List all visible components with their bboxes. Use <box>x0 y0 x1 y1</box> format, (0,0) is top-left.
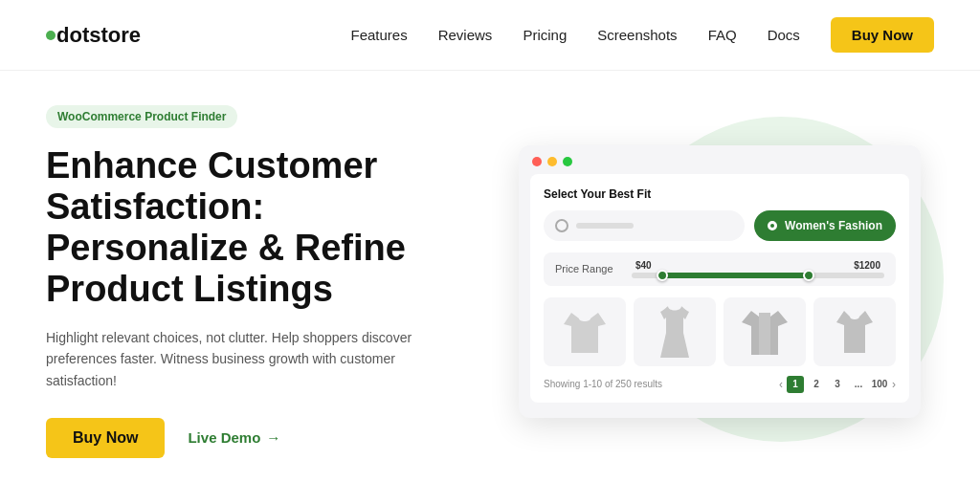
range-thumb-right[interactable] <box>803 270 814 281</box>
product-card-2[interactable] <box>634 297 716 366</box>
prev-page-button[interactable]: ‹ <box>779 378 783 391</box>
logo: dotstore <box>46 23 141 48</box>
mockup-filter-row: Women's Fashion <box>544 210 896 241</box>
hero-description: Highlight relevant choices, not clutter.… <box>46 327 467 391</box>
range-track-container: $40 $1200 <box>632 260 884 278</box>
range-track[interactable] <box>632 273 884 278</box>
hero-badge: WooCommerce Product Finder <box>46 105 237 128</box>
womens-fashion-label: Women's Fashion <box>785 219 882 232</box>
page-ellipsis: ... <box>850 376 867 393</box>
logo-dot-icon <box>46 31 56 40</box>
next-page-button[interactable]: › <box>892 378 896 391</box>
hero-right: Select Your Best Fit Women's Fashion Pri… <box>505 145 934 418</box>
product-image-1 <box>564 305 606 359</box>
product-image-4 <box>835 307 875 357</box>
radio-selected-icon <box>768 221 777 230</box>
price-max-label: $1200 <box>854 260 880 271</box>
mockup-titlebar <box>519 145 921 174</box>
window-minimize-dot <box>547 157 557 166</box>
hero-left: WooCommerce Product Finder Enhance Custo… <box>46 105 467 458</box>
page-3-button[interactable]: 3 <box>829 376 846 393</box>
nav-item-features[interactable]: Features <box>350 27 407 43</box>
window-maximize-dot <box>563 157 572 166</box>
logo-text-store: store <box>89 23 141 48</box>
nav-item-pricing[interactable]: Pricing <box>523 27 567 43</box>
header: dotstore Features Reviews Pricing Screen… <box>0 0 980 71</box>
hero-buy-now-button[interactable]: Buy Now <box>46 418 165 458</box>
product-image-3 <box>742 305 788 359</box>
product-card-1[interactable] <box>544 297 626 366</box>
header-buy-now-button[interactable]: Buy Now <box>831 17 934 53</box>
hero-actions: Buy Now Live Demo → <box>46 418 467 458</box>
price-range-label: Price Range <box>555 263 622 274</box>
nav-item-reviews[interactable]: Reviews <box>438 27 493 43</box>
search-placeholder <box>576 223 634 229</box>
nav-item-screenshots[interactable]: Screenshots <box>597 27 677 43</box>
page-2-button[interactable]: 2 <box>808 376 825 393</box>
main-nav: Features Reviews Pricing Screenshots FAQ… <box>350 17 934 53</box>
svg-rect-0 <box>759 313 770 355</box>
price-min-label: $40 <box>635 260 652 271</box>
price-range-row: Price Range $40 $1200 <box>544 252 896 286</box>
nav-item-docs[interactable]: Docs <box>768 27 800 43</box>
results-count: Showing 1-10 of 250 results <box>544 379 662 389</box>
product-finder-mockup: Select Your Best Fit Women's Fashion Pri… <box>519 145 921 418</box>
product-card-3[interactable] <box>724 297 806 366</box>
mockup-footer: Showing 1-10 of 250 results ‹ 1 2 3 ... … <box>544 376 896 393</box>
product-image-2 <box>657 304 693 360</box>
page-1-button[interactable]: 1 <box>787 376 804 393</box>
search-icon <box>555 219 568 232</box>
pagination: ‹ 1 2 3 ... 100 › <box>779 376 896 393</box>
range-fill <box>662 273 809 278</box>
mockup-title: Select Your Best Fit <box>544 187 896 201</box>
womens-fashion-button[interactable]: Women's Fashion <box>754 210 896 241</box>
nav-item-faq[interactable]: FAQ <box>708 27 737 43</box>
live-demo-label: Live Demo <box>188 429 260 446</box>
range-labels: $40 $1200 <box>632 260 884 271</box>
live-demo-link[interactable]: Live Demo → <box>188 429 280 446</box>
product-card-4[interactable] <box>813 297 896 366</box>
products-grid <box>544 297 896 366</box>
logo-text-dot: dot <box>56 23 89 48</box>
hero-section: WooCommerce Product Finder Enhance Custo… <box>0 71 980 458</box>
range-thumb-left[interactable] <box>657 270 668 281</box>
window-close-dot <box>532 157 542 166</box>
mockup-body: Select Your Best Fit Women's Fashion Pri… <box>530 174 909 403</box>
live-demo-arrow-icon: → <box>266 429 280 446</box>
hero-title: Enhance Customer Satisfaction: Personali… <box>46 145 467 310</box>
mockup-search-bar <box>544 210 745 241</box>
page-last-button[interactable]: 100 <box>871 376 888 393</box>
